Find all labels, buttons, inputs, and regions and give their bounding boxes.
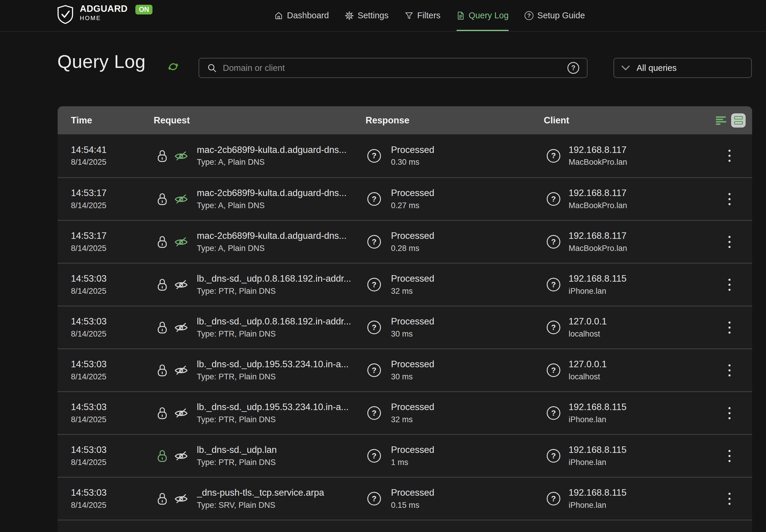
client-info-icon: ? xyxy=(547,449,560,463)
client-info-icon: ? xyxy=(547,406,560,420)
response-info-icon: ? xyxy=(367,363,381,377)
brand-text: ADGUARD HOME xyxy=(80,4,128,22)
client-ip: 192.168.8.117 xyxy=(568,188,627,198)
response-status: Processed xyxy=(391,487,434,498)
chevron-down-icon xyxy=(621,65,630,71)
table-row[interactable]: 14:53:17 8/14/2025 mac-2cb689f xyxy=(58,220,752,263)
client-info-icon: ? xyxy=(547,235,560,249)
brand: ADGUARD HOME ON xyxy=(57,4,152,24)
row-menu-icon[interactable] xyxy=(727,448,732,464)
client-ip: 192.168.8.115 xyxy=(568,445,627,455)
client-ip: 127.0.0.1 xyxy=(568,359,607,370)
request-type: Type: A, Plain DNS xyxy=(197,201,347,210)
brand-subtitle: HOME xyxy=(80,15,128,22)
nav-item-filters[interactable]: Filters xyxy=(405,0,441,31)
client-ip: 127.0.0.1 xyxy=(568,316,607,327)
nav-item-setup-guide[interactable]: ? Setup Guide xyxy=(524,0,585,31)
response-info-icon: ? xyxy=(367,235,381,249)
page-title: Query Log xyxy=(57,51,146,72)
refresh-icon[interactable] xyxy=(167,61,179,73)
table-row[interactable]: 14:53:03 8/14/2025 lb._dns-sd. xyxy=(58,263,752,306)
lock-icon xyxy=(156,321,168,334)
row-menu-icon[interactable] xyxy=(727,405,732,421)
question-circle-icon: ? xyxy=(524,11,533,20)
client-name: iPhone.lan xyxy=(568,415,627,424)
table-view-icon[interactable] xyxy=(731,113,746,128)
row-menu-icon[interactable] xyxy=(727,234,732,250)
nav-label: Settings xyxy=(358,11,389,20)
eye-off-icon xyxy=(174,236,188,248)
row-menu-icon[interactable] xyxy=(727,320,732,335)
nav-label: Query Log xyxy=(469,11,508,20)
query-log-table: Time Request Response Client 14:54:41 8/… xyxy=(58,106,752,532)
table-row[interactable]: 14:54:41 8/14/2025 mac-2cb689f xyxy=(58,134,752,177)
nav-label: Filters xyxy=(417,11,441,20)
client-info-icon: ? xyxy=(547,278,560,291)
lock-icon xyxy=(156,492,168,505)
column-header-response: Response xyxy=(366,115,544,126)
nav-item-dashboard[interactable]: Dashboard xyxy=(274,0,329,31)
search-help-icon[interactable]: ? xyxy=(567,62,579,74)
column-header-client: Client xyxy=(544,115,723,126)
eye-off-icon xyxy=(174,450,188,462)
search-box: ? xyxy=(199,58,588,78)
response-elapsed: 0.15 ms xyxy=(391,501,434,510)
table-row[interactable]: 14:53:17 8/14/2025 mac-2cb689f xyxy=(58,177,752,220)
nav-item-query-log[interactable]: Query Log xyxy=(457,0,508,31)
funnel-icon xyxy=(405,11,413,20)
request-domain: lb._dns-sd._udp.lan xyxy=(197,445,277,455)
eye-off-icon xyxy=(174,407,188,419)
response-status: Processed xyxy=(391,188,434,198)
query-date: 8/14/2025 xyxy=(71,501,107,510)
query-time: 14:53:03 xyxy=(71,316,107,327)
table-row[interactable]: 14:53:03 8/14/2025 lb._dns-sd. xyxy=(58,306,752,348)
query-time: 14:53:17 xyxy=(71,231,107,241)
response-status: Processed xyxy=(391,145,434,155)
response-info-icon: ? xyxy=(367,149,381,163)
nav-item-settings[interactable]: Settings xyxy=(345,0,389,31)
query-time: 14:54:41 xyxy=(71,145,107,155)
client-name: MacBookPro.lan xyxy=(568,244,627,253)
response-elapsed: 30 ms xyxy=(391,372,434,381)
row-menu-icon[interactable] xyxy=(727,491,732,507)
query-filter-dropdown[interactable]: All queries xyxy=(614,58,752,78)
search-input[interactable] xyxy=(223,63,561,73)
table-row[interactable]: 14:53:03 8/14/2025 _dns-push-t xyxy=(58,477,752,520)
row-menu-icon[interactable] xyxy=(727,191,732,207)
eye-off-icon xyxy=(174,364,188,376)
query-time: 14:53:03 xyxy=(71,359,107,370)
response-elapsed: 32 ms xyxy=(391,415,434,424)
response-status: Processed xyxy=(391,231,434,241)
main-menu: Dashboard Settings xyxy=(274,0,585,31)
request-domain: mac-2cb689f9-kulta.d.adguard-dns... xyxy=(197,188,347,198)
query-date: 8/14/2025 xyxy=(71,372,107,381)
table-row[interactable]: 14:53:03 8/14/2025 lb._dns-sd. xyxy=(58,434,752,477)
client-info-icon: ? xyxy=(547,492,560,505)
request-domain: mac-2cb689f9-kulta.d.adguard-dns... xyxy=(197,145,347,155)
table-row[interactable]: 14:53:03 8/14/2025 lb._dns-sd. xyxy=(58,348,752,391)
adguard-shield-icon xyxy=(57,5,74,24)
document-icon xyxy=(457,11,465,20)
query-date: 8/14/2025 xyxy=(71,244,107,253)
query-date: 8/14/2025 xyxy=(71,287,107,296)
client-name: MacBookPro.lan xyxy=(568,158,627,167)
request-type: Type: A, Plain DNS xyxy=(197,158,347,167)
row-menu-icon[interactable] xyxy=(727,363,732,378)
eye-off-icon xyxy=(174,321,188,334)
client-ip: 192.168.8.117 xyxy=(568,145,627,155)
query-time: 14:53:03 xyxy=(71,273,107,284)
compact-view-icon[interactable] xyxy=(715,116,727,125)
row-menu-icon[interactable] xyxy=(727,148,732,164)
client-name: iPhone.lan xyxy=(568,501,627,510)
response-status: Processed xyxy=(391,359,434,370)
table-header: Time Request Response Client xyxy=(58,106,752,134)
client-info-icon: ? xyxy=(547,149,560,163)
response-elapsed: 32 ms xyxy=(391,287,434,296)
table-row[interactable]: 14:53:03 8/14/2025 lb._dns-sd. xyxy=(58,391,752,434)
lock-icon xyxy=(156,449,168,463)
row-menu-icon[interactable] xyxy=(727,277,732,293)
lock-icon xyxy=(156,406,168,420)
request-domain: lb._dns-sd._udp.0.8.168.192.in-addr... xyxy=(197,316,351,327)
request-type: Type: PTR, Plain DNS xyxy=(197,329,351,339)
eye-off-icon xyxy=(174,278,188,291)
